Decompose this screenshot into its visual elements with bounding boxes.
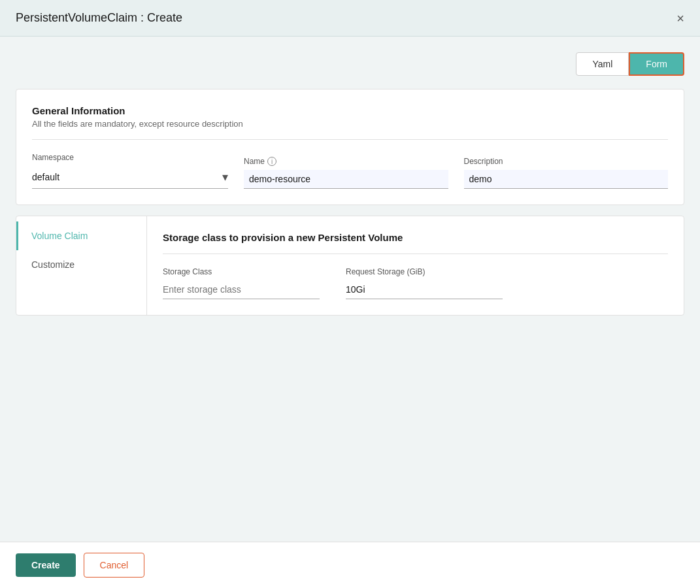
modal-title: PersistentVolumeClaim : Create	[16, 11, 182, 25]
create-button[interactable]: Create	[16, 553, 76, 577]
general-info-title: General Information	[32, 105, 668, 116]
close-icon[interactable]: ×	[676, 12, 684, 25]
namespace-value: default	[32, 172, 222, 182]
nav-item-customize[interactable]: Customize	[16, 250, 146, 279]
content-divider	[163, 253, 668, 254]
namespace-label: Namespace	[32, 153, 228, 162]
storage-form-row: Storage Class Request Storage (GiB)	[163, 267, 668, 299]
general-info-subtitle: All the fields are mandatory, except res…	[32, 119, 668, 129]
dropdown-arrow-icon: ▾	[222, 170, 228, 184]
modal-footer: Create Cancel	[0, 542, 700, 588]
sidebar-nav: Volume Claim Customize	[16, 216, 147, 315]
storage-class-group: Storage Class	[163, 267, 320, 299]
name-info-icon: i	[267, 157, 276, 166]
modal-body: Yaml Form General Information All the fi…	[0, 37, 700, 542]
form-toggle-button[interactable]: Form	[629, 52, 684, 76]
cancel-button[interactable]: Cancel	[84, 553, 145, 578]
general-info-form-row: Namespace default ▾ Name i Descri	[32, 153, 668, 189]
name-input[interactable]	[244, 170, 448, 189]
name-group: Name i	[244, 157, 448, 189]
storage-class-input[interactable]	[163, 280, 320, 299]
storage-class-label: Storage Class	[163, 267, 320, 276]
nav-item-volume-claim[interactable]: Volume Claim	[16, 221, 146, 250]
content-area: Volume Claim Customize Storage class to …	[16, 216, 684, 316]
description-input[interactable]	[464, 170, 669, 189]
request-storage-label: Request Storage (GiB)	[346, 267, 503, 276]
namespace-group: Namespace default ▾	[32, 153, 228, 189]
description-label: Description	[464, 157, 669, 166]
general-info-card: General Information All the fields are m…	[16, 89, 684, 205]
name-label: Name i	[244, 157, 448, 166]
request-storage-group: Request Storage (GiB)	[346, 267, 503, 299]
request-storage-input[interactable]	[346, 280, 503, 299]
section-divider	[32, 139, 668, 140]
modal-container: PersistentVolumeClaim : Create × Yaml Fo…	[0, 0, 700, 588]
yaml-toggle-button[interactable]: Yaml	[576, 52, 629, 76]
modal-header: PersistentVolumeClaim : Create ×	[0, 0, 700, 37]
description-group: Description	[464, 157, 669, 189]
namespace-select[interactable]: default ▾	[32, 166, 228, 189]
volume-claim-content: Storage class to provision a new Persist…	[147, 216, 684, 315]
view-toggle: Yaml Form	[16, 52, 684, 76]
volume-claim-title: Storage class to provision a new Persist…	[163, 232, 668, 243]
